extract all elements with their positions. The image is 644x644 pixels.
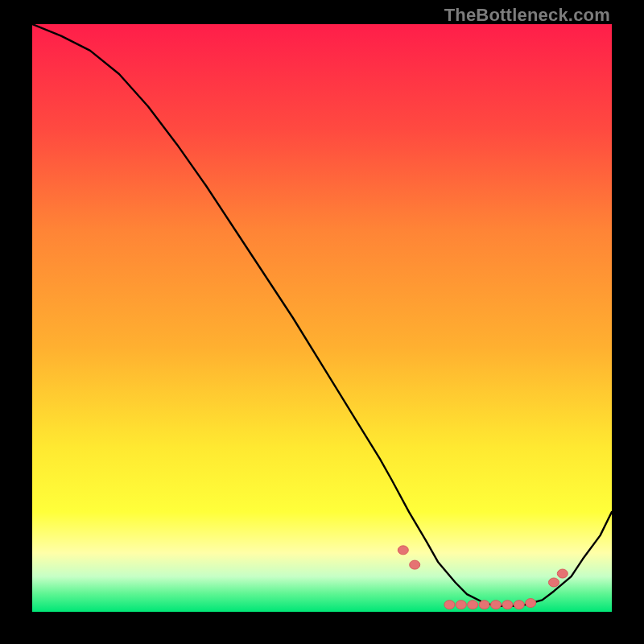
bottleneck-chart <box>32 24 612 612</box>
chart-frame <box>32 24 612 612</box>
gradient-background <box>32 24 612 612</box>
valley-marker <box>549 578 559 587</box>
valley-marker <box>526 599 536 608</box>
valley-marker <box>479 601 489 609</box>
valley-marker <box>491 601 502 609</box>
valley-marker <box>456 601 466 609</box>
valley-marker <box>410 560 420 569</box>
valley-marker <box>557 569 568 578</box>
valley-marker <box>444 601 455 609</box>
valley-marker <box>468 601 478 609</box>
valley-marker <box>514 601 524 609</box>
valley-marker <box>502 601 513 609</box>
valley-marker <box>398 546 408 555</box>
watermark-text: TheBottleneck.com <box>444 5 610 26</box>
